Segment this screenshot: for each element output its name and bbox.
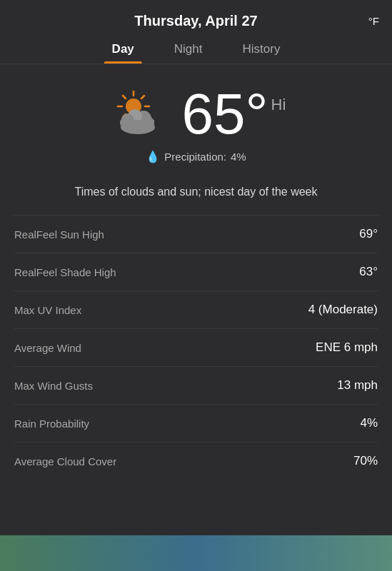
header-date: Thursday, April 27 (134, 13, 257, 29)
header: Thursday, April 27 °F (0, 0, 392, 29)
weather-icon-temp: 65° Hi (106, 86, 286, 143)
weather-description: Times of clouds and sun; nicest day of t… (0, 176, 392, 215)
detail-label-rain: Rain Probability (14, 418, 89, 430)
detail-row-wind: Average Wind ENE 6 mph (14, 329, 378, 367)
hi-label: Hi (271, 96, 286, 114)
detail-label-realfeel-shade: RealFeel Shade High (14, 266, 116, 278)
detail-label-uv: Max UV Index (14, 304, 81, 316)
detail-value-realfeel-sun: 69° (359, 227, 378, 241)
detail-value-cloud-cover: 70% (353, 454, 378, 468)
temperature-unit: °F (368, 15, 379, 27)
weather-condition-icon (106, 86, 171, 143)
temperature-value: 65° (182, 86, 268, 143)
detail-value-realfeel-shade: 63° (359, 265, 378, 279)
tabs-container: Day Night History (0, 29, 392, 64)
precipitation-icon: 💧 (146, 150, 160, 163)
detail-value-uv: 4 (Moderate) (308, 303, 378, 317)
tab-day[interactable]: Day (92, 36, 154, 64)
precipitation-label: Precipitation: (164, 151, 226, 163)
detail-value-wind-gusts: 13 mph (337, 378, 378, 393)
detail-row-rain: Rain Probability 4% (14, 405, 378, 443)
bottom-strip (0, 535, 392, 571)
tab-history[interactable]: History (222, 36, 300, 64)
precipitation-row: 💧 Precipitation: 4% (146, 150, 246, 163)
detail-label-wind-gusts: Max Wind Gusts (14, 380, 93, 392)
detail-label-cloud-cover: Average Cloud Cover (14, 455, 116, 468)
detail-value-wind: ENE 6 mph (316, 340, 378, 355)
detail-label-realfeel-sun: RealFeel Sun High (14, 228, 104, 241)
temperature-display: 65° Hi (182, 86, 286, 143)
tab-night[interactable]: Night (154, 36, 223, 64)
precipitation-value: 4% (231, 151, 246, 163)
detail-row-uv: Max UV Index 4 (Moderate) (14, 291, 378, 329)
detail-row-realfeel-sun: RealFeel Sun High 69° (14, 216, 378, 253)
svg-point-15 (121, 120, 155, 134)
detail-list: RealFeel Sun High 69° RealFeel Shade Hig… (0, 216, 392, 480)
svg-line-6 (141, 96, 144, 98)
detail-value-rain: 4% (360, 416, 378, 430)
detail-row-cloud-cover: Average Cloud Cover 70% (14, 443, 378, 480)
weather-main: 65° Hi 💧 Precipitation: 4% (0, 64, 392, 176)
svg-line-4 (123, 96, 126, 98)
detail-row-wind-gusts: Max Wind Gusts 13 mph (14, 367, 378, 405)
detail-label-wind: Average Wind (14, 342, 81, 354)
detail-row-realfeel-shade: RealFeel Shade High 63° (14, 253, 378, 291)
